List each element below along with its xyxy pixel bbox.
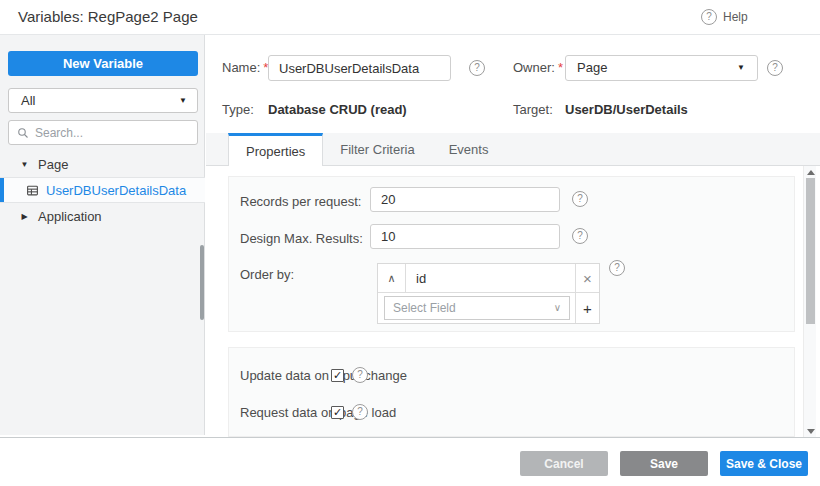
scrollbar-thumb[interactable] (806, 178, 815, 324)
cancel-button[interactable]: Cancel (520, 451, 608, 476)
tree-group-page-label: Page (38, 157, 68, 172)
detail-tabbar: Properties Filter Criteria Events (206, 133, 820, 166)
variables-sidebar: New Variable All ▼ ▼ Page (0, 35, 205, 435)
request-data-help-icon[interactable]: ? (352, 404, 368, 420)
variables-dialog: Variables: RegPage2 Page ? Help New Vari… (0, 0, 820, 486)
add-order-field-button[interactable]: + (575, 293, 599, 323)
chevron-down-icon: ∨ (554, 297, 561, 319)
chevron-down-icon: ▼ (179, 89, 187, 112)
tree-item-selected-variable[interactable]: UserDBUserDetailsData (0, 177, 205, 203)
records-per-request-help-icon[interactable]: ? (572, 191, 588, 207)
update-data-help-icon[interactable]: ? (352, 367, 368, 383)
owner-value: Page (577, 60, 607, 75)
scroll-up-arrow[interactable] (806, 168, 815, 176)
caret-down-icon: ▼ (20, 160, 29, 169)
variable-filter-value: All (21, 93, 35, 108)
tree-item-variable-label: UserDBUserDetailsData (46, 183, 186, 198)
chevron-down-icon: ▼ (737, 56, 745, 80)
design-max-results-help-icon[interactable]: ? (572, 228, 588, 244)
order-by-label: Order by: (240, 265, 294, 285)
variables-tree: ▼ Page UserDBUserDetailsData ▶ Applicat (0, 151, 205, 229)
sidebar-scrollbar-thumb[interactable] (200, 245, 204, 320)
variable-filter-dropdown[interactable]: All ▼ (8, 88, 198, 113)
update-data-on-input-change-checkbox[interactable]: ✓ (331, 369, 344, 382)
plus-icon: + (583, 300, 592, 317)
type-label: Type: (222, 97, 254, 122)
owner-help-icon[interactable]: ? (767, 60, 783, 76)
dialog-header: Variables: RegPage2 Page ? Help (0, 0, 820, 35)
order-by-field: id (406, 264, 575, 292)
search-input[interactable] (35, 126, 189, 140)
properties-scrollbar[interactable] (803, 166, 816, 437)
update-data-on-input-change-label: Update data on input change (240, 366, 407, 386)
variable-search (8, 120, 198, 145)
order-by-row: ∧ id × (378, 264, 599, 292)
select-field-placeholder: Select Field (393, 301, 456, 315)
tree-group-page[interactable]: ▼ Page (0, 151, 205, 177)
tree-group-application-label: Application (38, 209, 102, 224)
order-by-help-icon[interactable]: ? (609, 260, 625, 276)
tab-filter-criteria[interactable]: Filter Criteria (323, 133, 431, 165)
request-data-on-page-load-label: Request data on page load (240, 403, 396, 423)
design-max-results-label: Design Max. Results: (240, 229, 363, 249)
owner-label: Owner:* (513, 55, 563, 80)
design-max-results-input[interactable] (370, 224, 560, 249)
name-input[interactable] (268, 55, 451, 81)
tree-group-application[interactable]: ▶ Application (0, 203, 205, 229)
order-by-widget: ∧ id × Select Field ∨ + (377, 263, 600, 324)
help-icon: ? (701, 9, 717, 25)
sort-ascending-toggle[interactable]: ∧ (378, 264, 406, 292)
target-label: Target: (513, 97, 553, 122)
select-field-dropdown[interactable]: Select Field ∨ (384, 296, 570, 320)
target-value: UserDB/UserDetails (565, 97, 688, 122)
name-help-icon[interactable]: ? (469, 60, 485, 76)
close-icon: × (583, 270, 592, 287)
type-value: Database CRUD (read) (268, 97, 407, 122)
records-per-request-label: Records per request: (240, 192, 361, 212)
search-icon (17, 127, 29, 139)
select-field-wrap: Select Field ∨ (378, 293, 575, 323)
scroll-down-arrow[interactable] (806, 427, 815, 435)
help-label: Help (723, 10, 748, 24)
chevron-up-icon: ∧ (387, 272, 395, 285)
caret-right-icon: ▶ (20, 212, 29, 221)
tab-properties[interactable]: Properties (228, 133, 323, 166)
selection-bar (0, 178, 4, 202)
save-and-close-button[interactable]: Save & Close (720, 451, 808, 476)
data-behavior-panel (228, 347, 795, 437)
dialog-footer: Cancel Save Save & Close (0, 437, 820, 486)
save-button[interactable]: Save (620, 451, 708, 476)
help-link[interactable]: ? Help (701, 9, 748, 25)
database-variable-icon (26, 184, 39, 197)
records-per-request-input[interactable] (370, 187, 560, 212)
required-asterisk: * (558, 60, 563, 75)
page-title: Variables: RegPage2 Page (18, 0, 198, 34)
name-label: Name:* (222, 55, 268, 80)
tab-events[interactable]: Events (432, 133, 506, 165)
remove-order-field-button[interactable]: × (575, 264, 599, 292)
add-order-field-row: Select Field ∨ + (378, 292, 599, 323)
checkmark-icon: ✓ (333, 406, 342, 418)
owner-dropdown[interactable]: Page ▼ (565, 55, 758, 81)
request-data-on-page-load-checkbox[interactable]: ✓ (331, 406, 344, 419)
checkmark-icon: ✓ (333, 369, 342, 381)
new-variable-button[interactable]: New Variable (8, 51, 198, 76)
